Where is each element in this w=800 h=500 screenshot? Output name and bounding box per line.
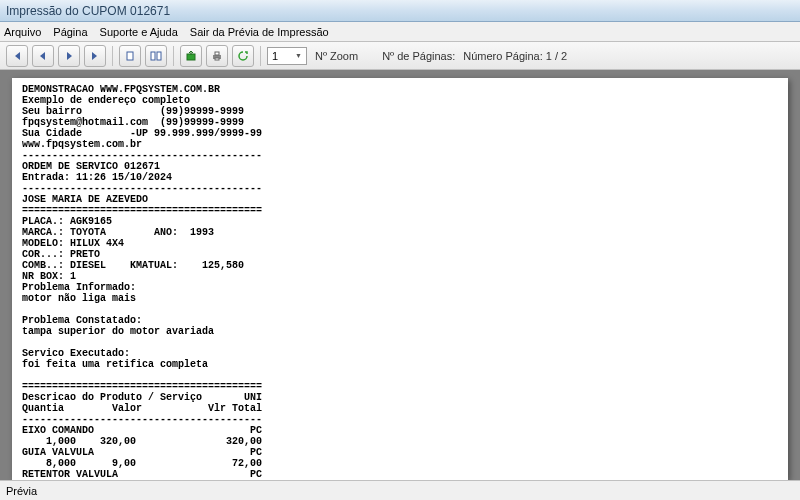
receipt-content: DEMONSTRACAO WWW.FPQSYSTEM.COM.BR Exempl… [22,84,778,480]
svg-rect-5 [215,52,219,55]
menu-bar: Arquivo Página Suporte e Ajuda Sair da P… [0,22,800,42]
separator [260,46,261,66]
menu-arquivo[interactable]: Arquivo [4,26,41,38]
print-button[interactable] [206,45,228,67]
workspace: DEMONSTRACAO WWW.FPQSYSTEM.COM.BR Exempl… [0,70,800,480]
toolbar: 1▼ Nº Zoom Nº de Páginas: Número Página:… [0,42,800,70]
dropdown-icon: ▼ [295,52,302,59]
nav-prev-button[interactable] [32,45,54,67]
zoom-input[interactable]: 1▼ [267,47,307,65]
window-title: Impressão do CUPOM 012671 [6,4,170,18]
title-bar: Impressão do CUPOM 012671 [0,0,800,22]
refresh-button[interactable] [232,45,254,67]
status-text: Prévia [6,485,37,497]
separator [112,46,113,66]
menu-suporte[interactable]: Suporte e Ajuda [100,26,178,38]
pages-value: Número Página: 1 / 2 [463,50,567,62]
nav-last-button[interactable] [84,45,106,67]
zoom-label: Nº Zoom [315,50,358,62]
page-single-button[interactable] [119,45,141,67]
svg-rect-2 [157,52,161,60]
status-bar: Prévia [0,480,800,500]
separator [173,46,174,66]
menu-sair[interactable]: Sair da Prévia de Impressão [190,26,329,38]
export-button[interactable] [180,45,202,67]
menu-pagina[interactable]: Página [53,26,87,38]
svg-rect-0 [127,52,133,60]
nav-next-button[interactable] [58,45,80,67]
pages-label: Nº de Páginas: [382,50,455,62]
page-double-button[interactable] [145,45,167,67]
nav-first-button[interactable] [6,45,28,67]
svg-rect-1 [151,52,155,60]
page-preview: DEMONSTRACAO WWW.FPQSYSTEM.COM.BR Exempl… [12,78,788,480]
svg-rect-6 [215,58,219,60]
